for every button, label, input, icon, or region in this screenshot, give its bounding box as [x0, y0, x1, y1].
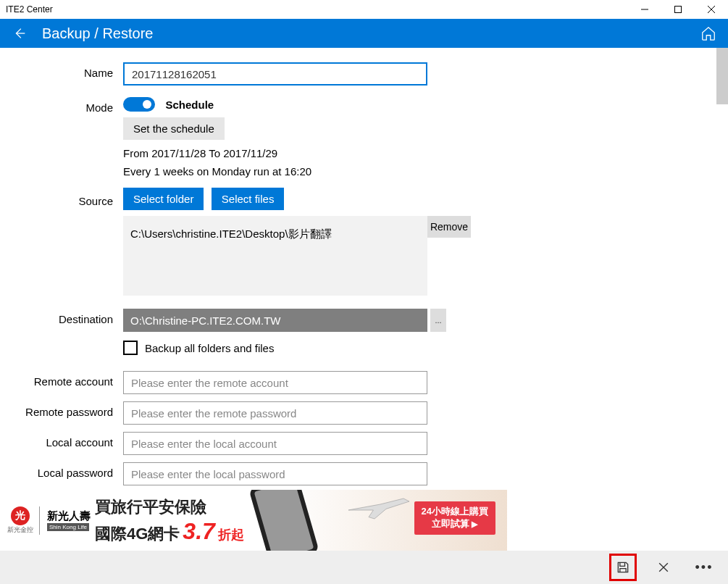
label-remote-account: Remote account	[22, 371, 123, 388]
mode-schedule-label: Schedule	[165, 99, 214, 111]
label-name: Name	[22, 62, 123, 79]
label-source: Source	[22, 188, 123, 207]
local-password-input[interactable]	[123, 462, 427, 485]
remove-source-button[interactable]: Remove	[427, 216, 471, 238]
page-title: Backup / Restore	[42, 25, 153, 42]
source-path-list: C:\Users\christine.ITE2\Desktop\影片翻譯	[123, 216, 427, 296]
ad-text: 買旅行平安保險 國際4G網卡 3.7 折起	[95, 496, 244, 545]
scrollbar-thumb[interactable]	[716, 48, 728, 104]
close-window-button[interactable]	[695, 0, 728, 19]
window-controls	[628, 0, 728, 19]
ad-banner[interactable]: 光 新光金控 新光人壽 Shin Kong Life 買旅行平安保險 國際4G網…	[0, 490, 507, 551]
destination-browse-button[interactable]: ...	[430, 309, 446, 332]
more-button[interactable]: •••	[690, 554, 718, 581]
content-area: Name Mode Schedule Set the schedule From…	[0, 48, 728, 551]
label-local-account: Local account	[22, 432, 123, 449]
cancel-button[interactable]	[650, 554, 677, 581]
schedule-recurrence-text: Every 1 weeks on Monday run at 16:20	[123, 165, 435, 178]
set-schedule-button[interactable]: Set the schedule	[123, 117, 225, 140]
backup-all-label: Backup all folders and files	[145, 342, 274, 354]
backup-all-checkbox[interactable]	[123, 341, 138, 355]
back-icon[interactable]	[12, 25, 28, 41]
label-local-password: Local password	[22, 462, 123, 479]
airplane-icon	[340, 493, 420, 522]
label-destination: Destination	[22, 309, 123, 325]
ad-logo: 光 新光金控	[7, 506, 40, 535]
mode-toggle[interactable]	[123, 97, 155, 112]
label-remote-password: Remote password	[22, 401, 123, 418]
save-button[interactable]	[609, 554, 637, 581]
remote-password-input[interactable]	[123, 401, 427, 425]
schedule-range-text: From 2017/11/28 To 2017/11/29	[123, 147, 435, 159]
home-icon[interactable]	[700, 25, 716, 41]
label-mode: Mode	[22, 97, 123, 114]
maximize-button[interactable]	[661, 0, 695, 19]
local-account-input[interactable]	[123, 432, 427, 455]
scrollbar[interactable]	[716, 48, 728, 551]
source-path-item: C:\Users\christine.ITE2\Desktop\影片翻譯	[130, 228, 332, 240]
ad-cta[interactable]: 24小時線上購買 立即試算▶	[414, 501, 495, 535]
ad-brand: 新光人壽	[47, 509, 91, 523]
select-files-button[interactable]: Select files	[212, 188, 285, 210]
destination-path[interactable]: O:\Christine-PC.ITE2.COM.TW	[123, 309, 427, 332]
name-input[interactable]	[123, 62, 427, 85]
window-titlebar: ITE2 Center	[0, 0, 728, 19]
svg-rect-1	[675, 7, 682, 13]
ad-phone-image	[248, 490, 319, 551]
minimize-button[interactable]	[628, 0, 661, 19]
window-title: ITE2 Center	[0, 4, 53, 14]
app-header: Backup / Restore	[0, 19, 728, 48]
footer-bar: •••	[0, 551, 728, 584]
remote-account-input[interactable]	[123, 371, 427, 394]
select-folder-button[interactable]: Select folder	[123, 188, 204, 210]
ad-brand-en: Shin Kong Life	[47, 523, 89, 531]
